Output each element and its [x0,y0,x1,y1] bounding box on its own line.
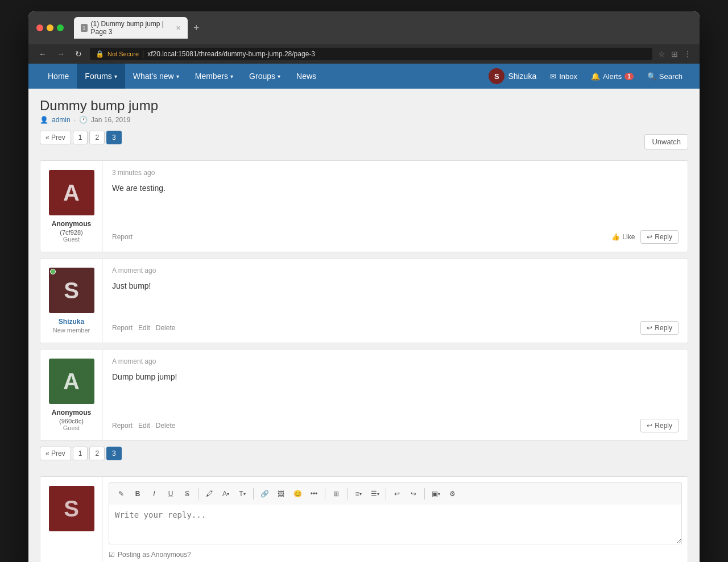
address-bar: ← → ↻ 🔒 Not Secure | xf20.local:15081/th… [28,44,700,64]
reply-button[interactable]: ↩ Reply [640,321,679,335]
posting-as-label: ☑ Posting as Anonymous? [109,551,682,559]
post-body: A moment ago Dump bump jump! Report Edit… [103,349,688,440]
address-text: xf20.local:15081/threads/dummy-bump-jump… [147,50,315,58]
toolbar-redo-button[interactable]: ↪ [406,486,421,501]
post-item: A Anonymous (960c8c) Guest A moment ago … [40,349,688,441]
like-button[interactable]: 👍 Like [611,233,635,241]
forum-content: Dummy bump jump 👤 admin · 🕐 Jan 16, 2019… [28,89,700,562]
unwatch-button[interactable]: Unwatch [644,134,688,149]
toolbar-list-button[interactable]: ☰▾ [367,486,382,501]
new-tab-button[interactable]: + [193,22,200,34]
report-link[interactable]: Report [112,324,133,332]
toolbar-emoji-button[interactable]: 😊 [290,486,305,501]
bell-icon: 🔔 [591,72,600,81]
nav-members[interactable]: Members ▾ [187,64,241,89]
toolbar-align-button[interactable]: ≡▾ [351,486,366,501]
toolbar-more-button[interactable]: ••• [307,486,321,501]
toolbar-strikethrough-button[interactable]: S [180,486,195,501]
nav-news[interactable]: News [288,64,324,89]
lock-icon: 🔒 [96,50,104,58]
post-action-right: ↩ Reply [640,321,679,335]
nav-inbox[interactable]: ✉ Inbox [544,64,583,89]
toolbar-table-button[interactable]: ⊞ [329,486,344,501]
toolbar-font-color-button[interactable]: A▾ [218,486,233,501]
nav-search[interactable]: 🔍 Search [642,64,688,89]
reply-button[interactable]: ↩ Reply [640,230,679,244]
nav-groups[interactable]: Groups ▾ [241,64,288,89]
nav-alerts[interactable]: 🔔 Alerts 1 [585,64,639,89]
nav-forums[interactable]: Forums ▾ [77,64,125,89]
post-sidebar: S Shizuka New member [40,259,103,343]
page-3-button[interactable]: 3 [106,131,122,144]
groups-dropdown-icon: ▾ [278,73,280,80]
thread-title: Dummy bump jump [40,98,688,114]
prev-page-button[interactable]: « Prev [40,131,71,144]
thread-meta: 👤 admin · 🕐 Jan 16, 2019 [40,116,688,124]
report-link[interactable]: Report [112,233,133,241]
back-button[interactable]: ← [36,48,49,60]
post-time: A moment ago [112,267,679,274]
page-1-button[interactable]: 1 [73,131,88,144]
nav-home[interactable]: Home [40,64,77,89]
checkbox-icon[interactable]: ☑ [109,551,115,559]
tab-title: (1) Dummy bump jump | Page 3 [91,20,171,36]
post-role: Guest [63,424,80,431]
menu-icon[interactable]: ⋮ [684,49,692,59]
post-item: S Shizuka New member A moment ago Just b… [40,258,688,343]
address-field[interactable]: 🔒 Not Secure | xf20.local:15081/threads/… [90,48,652,60]
toolbar-bold-button[interactable]: B [130,486,145,501]
toolbar-settings-button[interactable]: ⚙ [445,486,460,501]
close-window-button[interactable] [36,24,43,31]
page-1-button-bottom[interactable]: 1 [73,447,88,460]
toolbar-image-button[interactable]: 🖼 [274,486,288,501]
toolbar-italic-button[interactable]: I [147,486,162,501]
reply-textarea[interactable] [109,505,682,544]
forums-dropdown-icon: ▾ [114,73,117,80]
post-sidebar: A Anonymous (7cf928) Guest [40,161,103,252]
toolbar-underline-button[interactable]: U [163,486,178,501]
toolbar-undo-button[interactable]: ↩ [390,486,404,501]
delete-link[interactable]: Delete [156,422,176,430]
reply-button[interactable]: ↩ Reply [640,419,679,432]
editor-col: ✎ B I U S 🖍 A▾ T▾ 🔗 🖼 😊 ••• [103,477,688,562]
forum-page: Home Forums ▾ What's new ▾ Members ▾ Gro… [28,64,700,562]
page-2-button[interactable]: 2 [89,131,105,144]
nav-right: S Shizuka ✉ Inbox 🔔 Alerts 1 🔍 Search [483,64,688,89]
extension-icon[interactable]: ⊞ [671,49,678,59]
prev-page-button-bottom[interactable]: « Prev [40,447,71,460]
page-3-button-bottom[interactable]: 3 [106,447,122,460]
star-icon[interactable]: ☆ [658,49,665,59]
not-secure-label: Not Secure [107,51,139,57]
thread-author[interactable]: admin [52,116,71,124]
toolbar-pencil-button[interactable]: ✎ [114,486,129,501]
post-username[interactable]: Shizuka [59,318,84,326]
nav-username: Shizuka [508,72,536,81]
edit-link[interactable]: Edit [138,422,150,430]
toolbar-link-button[interactable]: 🔗 [257,486,272,501]
nav-user-avatar: S [489,68,504,84]
active-tab[interactable]: 1 (1) Dummy bump jump | Page 3 ✕ [74,17,188,39]
thumbs-up-icon: 👍 [611,233,620,241]
page-2-button-bottom[interactable]: 2 [89,447,105,460]
bottom-pagination: « Prev 1 2 3 [40,447,122,460]
top-pagination: « Prev 1 2 3 [40,131,122,144]
toolbar-font-size-button[interactable]: T▾ [235,486,250,501]
nav-whats-new[interactable]: What's new ▾ [125,64,187,89]
traffic-lights [36,24,64,31]
nav-user[interactable]: S Shizuka [483,64,542,89]
post-action-right: 👍 Like ↩ Reply [611,230,679,244]
tab-close-button[interactable]: ✕ [176,24,181,32]
edit-link[interactable]: Edit [138,324,150,332]
delete-link[interactable]: Delete [156,324,176,332]
refresh-button[interactable]: ↻ [73,48,84,60]
maximize-window-button[interactable] [57,24,64,31]
toolbar-separator [424,488,425,499]
online-indicator [50,269,56,274]
toolbar-media-button[interactable]: ▣▾ [428,486,443,501]
reply-icon: ↩ [647,422,652,430]
forward-button[interactable]: → [55,48,67,60]
post-username: Anonymous [52,220,91,228]
minimize-window-button[interactable] [47,24,53,31]
report-link[interactable]: Report [112,422,133,430]
toolbar-highlight-button[interactable]: 🖍 [202,486,217,501]
